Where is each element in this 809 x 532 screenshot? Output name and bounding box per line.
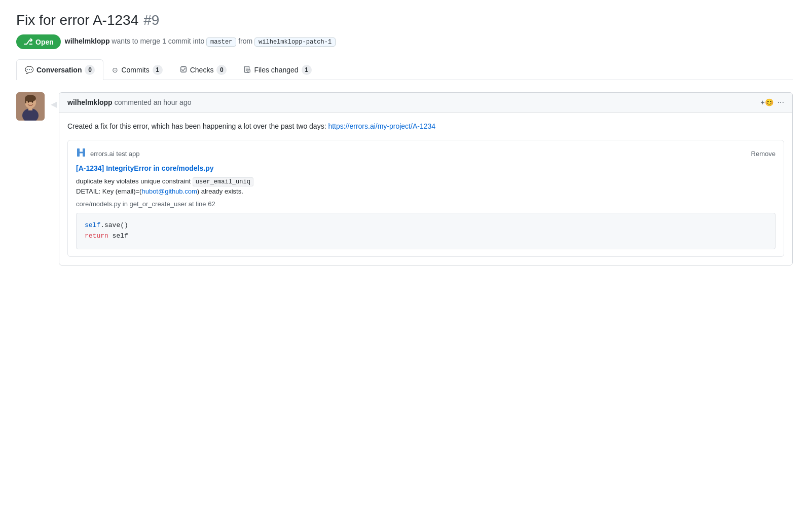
tab-commits[interactable]: ⊙ Commits 1 bbox=[103, 59, 171, 80]
comment-timestamp-text: commented an hour ago bbox=[115, 98, 192, 106]
tab-files-changed-count: 1 bbox=[302, 65, 312, 75]
tab-commits-count: 1 bbox=[153, 65, 163, 75]
status-badge: ⎇ Open bbox=[16, 34, 61, 49]
svg-rect-8 bbox=[25, 98, 26, 103]
pr-author: wilhelmklopp bbox=[65, 37, 110, 45]
svg-point-11 bbox=[28, 101, 29, 103]
comment-author: wilhelmklopp bbox=[67, 98, 113, 106]
merge-icon: ⎇ bbox=[23, 37, 32, 47]
tab-conversation-count: 0 bbox=[85, 65, 95, 75]
email-link[interactable]: hubot@github.com bbox=[141, 187, 197, 195]
comment-header-actions: +😊 ··· bbox=[760, 98, 784, 107]
comment-text: Created a fix for this error, which has … bbox=[67, 121, 784, 132]
tab-checks-count: 0 bbox=[216, 65, 227, 75]
pr-meta-text: wilhelmklopp wants to merge 1 commit int… bbox=[65, 37, 336, 47]
error-detail-line1: duplicate key violates unique constraint… bbox=[76, 177, 776, 185]
tab-commits-label: Commits bbox=[121, 66, 149, 74]
pr-meta-merge-text: wants to merge 1 commit into bbox=[112, 37, 206, 45]
error-card-title-row: errors.ai test app bbox=[76, 147, 140, 160]
pr-title: Fix for error A-1234 bbox=[16, 12, 138, 28]
conversation-icon: 💬 bbox=[25, 66, 33, 74]
commits-icon: ⊙ bbox=[112, 66, 118, 74]
svg-point-12 bbox=[32, 101, 33, 103]
comment-link[interactable]: https://errors.ai/my-project/A-1234 bbox=[328, 122, 435, 130]
pr-meta: ⎇ Open wilhelmklopp wants to merge 1 com… bbox=[16, 34, 793, 49]
pr-title-section: Fix for error A-1234 #9 bbox=[16, 12, 793, 28]
code-line-1: self.save() bbox=[85, 220, 767, 231]
comment-header-left: wilhelmklopp commented an hour ago bbox=[67, 98, 191, 106]
inline-code-constraint: user_email_uniq bbox=[193, 177, 253, 186]
comment-header: wilhelmklopp commented an hour ago +😊 ··… bbox=[59, 93, 792, 112]
tab-conversation-label: Conversation bbox=[36, 66, 82, 74]
emoji-button[interactable]: +😊 bbox=[760, 98, 773, 106]
tab-checks[interactable]: Checks 0 bbox=[171, 59, 236, 80]
error-card: errors.ai test app Remove [A-1234] Integ… bbox=[67, 140, 784, 257]
error-card-issue-link[interactable]: [A-1234] IntegrityError in core/models.p… bbox=[76, 164, 776, 172]
tab-files-changed[interactable]: Files changed 1 bbox=[235, 59, 320, 80]
code-line-2: return self bbox=[85, 231, 767, 242]
head-branch: wilhelmklopp-patch-1 bbox=[254, 37, 336, 47]
svg-point-7 bbox=[25, 95, 36, 102]
tab-conversation[interactable]: 💬 Conversation 0 bbox=[16, 59, 103, 80]
comment-body: Created a fix for this error, which has … bbox=[59, 112, 792, 265]
base-branch: master bbox=[206, 37, 236, 47]
pr-number: #9 bbox=[143, 12, 159, 28]
error-card-header: errors.ai test app Remove bbox=[76, 147, 776, 160]
files-changed-icon bbox=[244, 66, 251, 74]
comment-arrow: ◀ bbox=[51, 99, 57, 109]
checks-icon bbox=[180, 66, 187, 74]
svg-rect-15 bbox=[77, 152, 85, 154]
tab-files-changed-label: Files changed bbox=[254, 66, 298, 74]
tab-checks-label: Checks bbox=[190, 66, 214, 74]
code-block: self.save() return self bbox=[76, 213, 776, 249]
svg-rect-0 bbox=[180, 66, 186, 72]
comment-box: wilhelmklopp commented an hour ago +😊 ··… bbox=[59, 92, 793, 265]
avatar bbox=[16, 92, 45, 121]
error-card-app-name: errors.ai test app bbox=[90, 150, 140, 158]
errorsai-icon bbox=[76, 147, 86, 160]
svg-rect-10 bbox=[28, 107, 32, 110]
tabs-bar: 💬 Conversation 0 ⊙ Commits 1 Checks 0 Fi… bbox=[16, 59, 793, 80]
error-card-remove-button[interactable]: Remove bbox=[751, 150, 776, 158]
pr-meta-from-text: from bbox=[238, 37, 254, 45]
error-detail-line2: DETAIL: Key (email)=(hubot@github.com) a… bbox=[76, 187, 776, 195]
status-badge-label: Open bbox=[35, 38, 54, 46]
more-options-button[interactable]: ··· bbox=[778, 98, 784, 107]
comment-text-before-link: Created a fix for this error, which has … bbox=[67, 122, 328, 130]
conversation-area: ◀ wilhelmklopp commented an hour ago +😊 … bbox=[16, 92, 793, 265]
error-stack-trace: core/models.py in get_or_create_user at … bbox=[76, 200, 776, 208]
